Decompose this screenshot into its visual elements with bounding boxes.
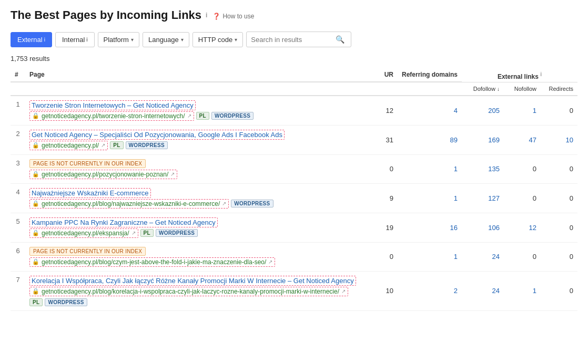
dofollow-link[interactable]: 205 (488, 107, 500, 115)
row-dofollow[interactable]: 106 (462, 213, 504, 242)
page-title-link[interactable]: Korelacja I Współpraca, Czyli Jak łączyć… (29, 276, 356, 286)
internal-info-icon: i (86, 37, 87, 43)
rd-link[interactable]: 2 (454, 287, 458, 295)
row-num: 3 (11, 154, 25, 183)
nofollow-link[interactable]: 12 (529, 224, 536, 232)
row-nofollow: 0 (504, 242, 541, 271)
search-button[interactable]: 🔍 (333, 34, 347, 45)
row-nofollow: 0 (504, 154, 541, 183)
nofollow-link[interactable]: 47 (529, 136, 536, 144)
external-links-info-icon[interactable]: i (540, 71, 542, 77)
rd-link[interactable]: 1 (454, 165, 458, 173)
badge-wordpress: WORDPRESS (156, 229, 198, 237)
row-nofollow[interactable]: 1 (504, 271, 541, 310)
tab-internal[interactable]: Internal i (55, 32, 95, 47)
row-dofollow[interactable]: 127 (462, 183, 504, 213)
row-rd[interactable]: 1 (398, 242, 462, 271)
row-nofollow[interactable]: 47 (504, 125, 541, 154)
row-redirects: 0 (541, 154, 577, 183)
col-header-ur: UR (366, 68, 398, 82)
row-dofollow[interactable]: 205 (462, 96, 504, 126)
url-row: 🔒getnoticedagency.pl/blog/czym-jest-abov… (29, 257, 362, 267)
row-dofollow[interactable]: 24 (462, 242, 504, 271)
table-row: 6PAGE IS NOT CURRENTLY IN OUR INDEX🔒getn… (11, 242, 577, 271)
row-dofollow[interactable]: 169 (462, 125, 504, 154)
how-to-use-link[interactable]: ❓ How to use (212, 13, 254, 20)
url-box: 🔒getnoticedagency.pl/tworzenie-stron-int… (29, 111, 194, 121)
page-title-link[interactable]: Kampanie PPC Na Rynki Zagraniczne – Get … (29, 217, 218, 227)
search-input[interactable] (251, 36, 333, 44)
nofollow-link[interactable]: 1 (533, 107, 536, 115)
rd-link[interactable]: 16 (450, 224, 458, 232)
row-rd[interactable]: 4 (398, 96, 462, 126)
url-arrow-icon: ↗ (268, 259, 272, 265)
row-dofollow[interactable]: 24 (462, 271, 504, 310)
row-redirects[interactable]: 10 (541, 125, 577, 154)
platform-dropdown[interactable]: Platform ▾ (98, 32, 139, 47)
row-rd[interactable]: 16 (398, 213, 462, 242)
redirects-link[interactable]: 10 (566, 136, 573, 144)
page-title-link[interactable]: Get Noticed Agency – Specjaliści Od Pozy… (29, 130, 285, 140)
col-header-dofollow[interactable]: Dofollow ↓ (462, 82, 504, 96)
col-header-hash: # (11, 68, 25, 82)
row-rd[interactable]: 89 (398, 125, 462, 154)
row-ur: 0 (366, 154, 398, 183)
lock-icon: 🔒 (32, 258, 39, 265)
lock-icon: 🔒 (32, 200, 39, 207)
tab-external[interactable]: External i (11, 32, 52, 47)
url-link[interactable]: getnoticedagency.pl/pozycjonowanie-pozna… (42, 171, 168, 178)
dofollow-link[interactable]: 24 (492, 253, 500, 261)
page-title-link[interactable]: Tworzenie Stron Internetowych – Get Noti… (29, 100, 196, 110)
badge-wordpress: WORDPRESS (211, 112, 254, 120)
not-indexed-badge: PAGE IS NOT CURRENTLY IN OUR INDEX (29, 159, 146, 168)
nofollow-link[interactable]: 1 (533, 287, 536, 295)
rd-link[interactable]: 1 (454, 194, 458, 202)
table-row: 5Kampanie PPC Na Rynki Zagraniczne – Get… (11, 213, 577, 242)
row-nofollow[interactable]: 12 (504, 213, 541, 242)
title-info-icon[interactable]: i (206, 12, 207, 19)
row-redirects: 0 (541, 242, 577, 271)
row-num: 4 (11, 183, 25, 213)
col-header-page: Page (25, 68, 366, 82)
badge-pl: PL (196, 112, 209, 120)
url-box: 🔒getnoticedagency.pl/↗ (29, 141, 108, 150)
url-link[interactable]: getnoticedagency.pl/blog/czym-jest-above… (42, 258, 266, 266)
url-link[interactable]: getnoticedagency.pl/ekspansja/ (42, 230, 129, 237)
language-chevron-icon: ▾ (181, 37, 184, 43)
page-title-link[interactable]: Najważniejsze Wskaźniki E-commerce (29, 188, 151, 198)
badge-pl: PL (110, 141, 123, 149)
row-dofollow[interactable]: 135 (462, 154, 504, 183)
url-row: 🔒getnoticedagency.pl/blog/najwazniejsze-… (29, 199, 362, 209)
url-box: 🔒getnoticedagency.pl/blog/czym-jest-abov… (29, 257, 275, 267)
rd-link[interactable]: 4 (454, 107, 458, 115)
external-info-icon: i (44, 37, 45, 43)
row-page: PAGE IS NOT CURRENTLY IN OUR INDEX🔒getno… (25, 154, 366, 183)
dofollow-link[interactable]: 135 (488, 165, 500, 173)
url-box: 🔒getnoticedagency.pl/pozycjonowanie-pozn… (29, 170, 177, 179)
row-nofollow[interactable]: 1 (504, 96, 541, 126)
url-row: 🔒getnoticedagency.pl/blog/korelacja-i-ws… (29, 287, 362, 306)
dofollow-link[interactable]: 169 (488, 136, 500, 144)
table-row: 2Get Noticed Agency – Specjaliści Od Poz… (11, 125, 577, 154)
url-link[interactable]: getnoticedagency.pl/tworzenie-stron-inte… (42, 112, 185, 120)
rd-link[interactable]: 1 (454, 253, 458, 261)
url-row: 🔒getnoticedagency.pl/ekspansja/↗PLWORDPR… (29, 228, 362, 238)
dofollow-link[interactable]: 24 (492, 287, 500, 295)
platform-chevron-icon: ▾ (131, 37, 134, 43)
row-rd[interactable]: 2 (398, 271, 462, 310)
row-rd[interactable]: 1 (398, 183, 462, 213)
url-link[interactable]: getnoticedagency.pl/blog/korelacja-i-wsp… (42, 288, 339, 295)
rd-link[interactable]: 89 (450, 136, 458, 144)
url-row: 🔒getnoticedagency.pl/↗PLWORDPRESS (29, 141, 362, 150)
row-num: 1 (11, 96, 25, 126)
row-rd[interactable]: 1 (398, 154, 462, 183)
http-code-dropdown[interactable]: HTTP code ▾ (192, 32, 244, 47)
url-link[interactable]: getnoticedagency.pl/blog/najwazniejsze-w… (42, 200, 220, 207)
dofollow-link[interactable]: 106 (488, 224, 500, 232)
row-ur: 0 (366, 242, 398, 271)
dofollow-link[interactable]: 127 (488, 194, 500, 202)
row-page: Najważniejsze Wskaźniki E-commerce🔒getno… (25, 183, 366, 213)
url-arrow-icon: ↗ (101, 142, 105, 148)
language-dropdown[interactable]: Language ▾ (143, 32, 189, 47)
url-link[interactable]: getnoticedagency.pl/ (42, 142, 99, 149)
